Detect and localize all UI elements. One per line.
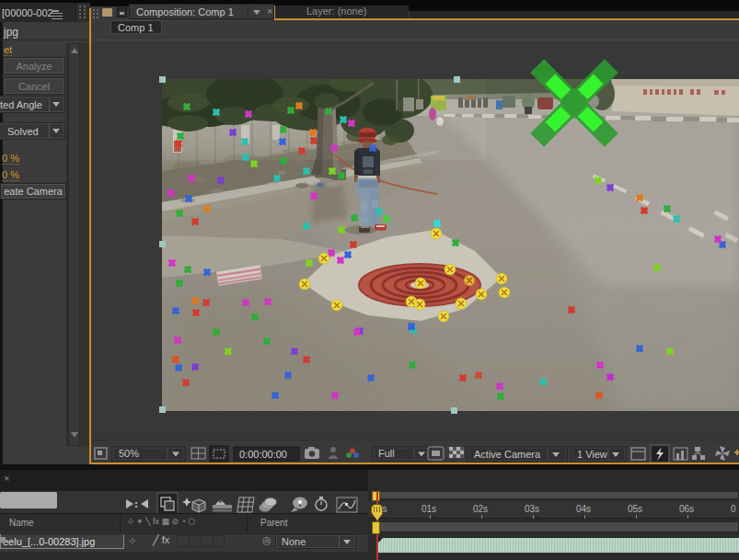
svg-text:Full: Full — [378, 448, 395, 459]
svg-text:1 View: 1 View — [577, 449, 607, 460]
svg-text:50%: 50% — [119, 448, 139, 459]
svg-text:Active Camera: Active Camera — [474, 449, 541, 460]
svg-text:0:00:00:00: 0:00:00:00 — [239, 449, 287, 460]
